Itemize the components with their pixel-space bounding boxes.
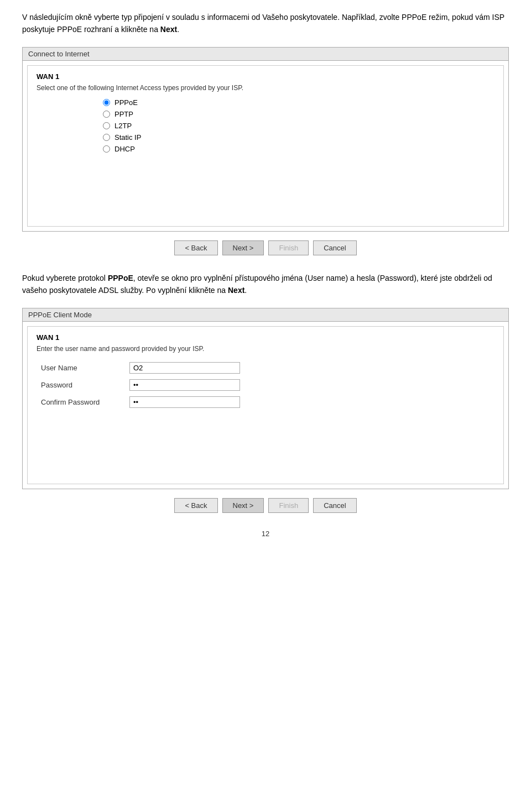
- panel2-wan-title: WAN 1: [37, 333, 494, 342]
- cancel-button-2[interactable]: Cancel: [313, 498, 356, 513]
- radio-dhcp-input[interactable]: [103, 145, 110, 153]
- table-row-confirm-password: Confirm Password: [37, 394, 494, 411]
- intro-bold2-1: PPPoE: [108, 274, 133, 282]
- radio-pppoe[interactable]: PPPoE: [103, 98, 494, 107]
- back-button-2[interactable]: < Back: [174, 498, 217, 513]
- panel1-header: Connect to Internet: [23, 48, 508, 61]
- intro-bold2-2: Next: [228, 286, 244, 295]
- panel1-subtitle: Select one of the following Internet Acc…: [37, 84, 494, 92]
- radio-pptp[interactable]: PPTP: [103, 110, 494, 118]
- internet-access-radio-group: PPPoE PPTP L2TP Static IP DHCP: [103, 98, 494, 153]
- panel1-spacer: [37, 153, 494, 219]
- finish-button-2: Finish: [268, 498, 309, 513]
- label-confirm-password: Confirm Password: [37, 394, 125, 411]
- field-password-cell: [125, 376, 494, 394]
- label-password: Password: [37, 376, 125, 394]
- page-number: 12: [22, 530, 509, 538]
- intro-text-1: V následujícím okně vyberte typ připojen…: [22, 13, 504, 34]
- radio-l2tp-label: L2TP: [114, 122, 132, 130]
- radio-dhcp[interactable]: DHCP: [103, 145, 494, 153]
- intro-paragraph-2: Pokud vyberete protokol PPPoE, otevře se…: [22, 272, 509, 297]
- password-input[interactable]: [129, 379, 240, 391]
- finish-button-1: Finish: [268, 240, 309, 255]
- radio-static-ip[interactable]: Static IP: [103, 133, 494, 142]
- radio-pptp-label: PPTP: [114, 110, 133, 118]
- table-row-username: User Name: [37, 359, 494, 376]
- intro-suffix-2: .: [244, 286, 247, 295]
- radio-pptp-input[interactable]: [103, 111, 110, 118]
- panel1-wan-title: WAN 1: [37, 72, 494, 81]
- intro-paragraph-1: V následujícím okně vyberte typ připojen…: [22, 11, 509, 36]
- radio-l2tp[interactable]: L2TP: [103, 122, 494, 130]
- panel2-header: PPPoE Client Mode: [23, 308, 508, 322]
- button-row-2: < Back Next > Finish Cancel: [22, 498, 509, 513]
- panel2-inner: WAN 1 Enter the user name and password p…: [27, 326, 504, 484]
- radio-static-ip-label: Static IP: [114, 133, 141, 142]
- panel2-spacer: [37, 411, 494, 477]
- field-confirm-password-cell: [125, 394, 494, 411]
- label-username: User Name: [37, 359, 125, 376]
- next-button-2[interactable]: Next >: [222, 498, 264, 513]
- field-username-cell: [125, 359, 494, 376]
- panel2-subtitle: Enter the user name and password provide…: [37, 345, 494, 353]
- radio-pppoe-label: PPPoE: [114, 98, 138, 107]
- intro-text2-part1: Pokud vyberete protokol: [22, 274, 108, 282]
- intro-bold-1: Next: [160, 25, 177, 34]
- button-row-1: < Back Next > Finish Cancel: [22, 240, 509, 255]
- intro-suffix-1: .: [177, 25, 179, 34]
- pppoe-client-panel: PPPoE Client Mode WAN 1 Enter the user n…: [22, 308, 509, 489]
- panel1-inner: WAN 1 Select one of the following Intern…: [27, 65, 504, 227]
- table-row-password: Password: [37, 376, 494, 394]
- back-button-1[interactable]: < Back: [174, 240, 217, 255]
- next-button-1[interactable]: Next >: [222, 240, 264, 255]
- radio-dhcp-label: DHCP: [114, 145, 135, 153]
- confirm-password-input[interactable]: [129, 396, 240, 408]
- username-input[interactable]: [129, 362, 240, 374]
- cancel-button-1[interactable]: Cancel: [313, 240, 356, 255]
- radio-static-ip-input[interactable]: [103, 134, 110, 141]
- radio-pppoe-input[interactable]: [103, 99, 110, 106]
- connect-to-internet-panel: Connect to Internet WAN 1 Select one of …: [22, 47, 509, 232]
- radio-l2tp-input[interactable]: [103, 122, 110, 129]
- pppoe-form-table: User Name Password Confirm Password: [37, 359, 494, 411]
